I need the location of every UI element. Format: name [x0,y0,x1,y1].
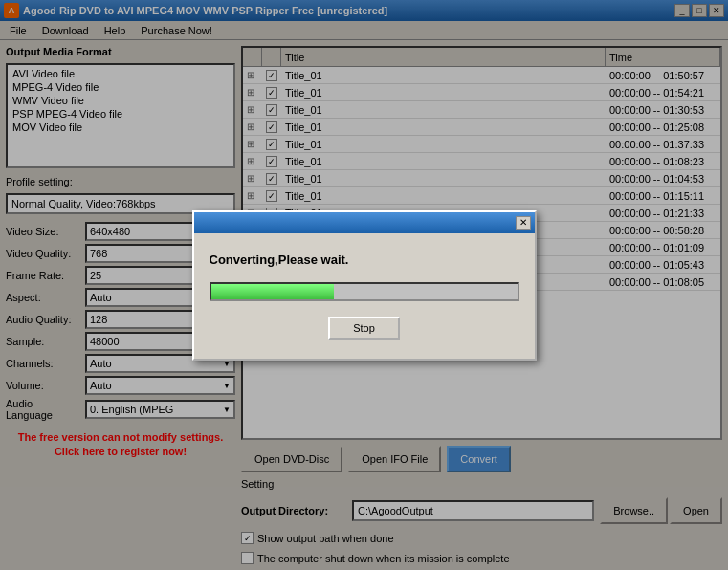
modal-overlay: ✕ Converting,Please wait. Stop [0,0,728,570]
progress-bar-fill [211,284,334,299]
modal-body: Converting,Please wait. Stop [194,233,535,359]
converting-dialog: ✕ Converting,Please wait. Stop [192,210,537,361]
progress-bar-container [210,282,519,301]
modal-close-button[interactable]: ✕ [516,216,531,230]
converting-text: Converting,Please wait. [210,252,349,267]
modal-title-bar: ✕ [194,212,535,233]
stop-button[interactable]: Stop [328,317,400,340]
